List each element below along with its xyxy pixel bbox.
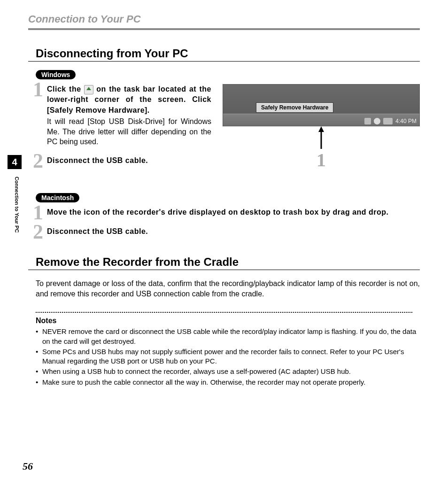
callout-number: 1 <box>317 149 326 171</box>
win-step-1: 1 Click the on the task bar located at t… <box>36 84 211 147</box>
remove-title: Remove the Recorder from the Cradle <box>36 255 420 269</box>
title-rule-1 <box>28 61 420 62</box>
mac-step1-bold: Move the icon of the recorder's drive di… <box>47 207 420 217</box>
notes-list: NEVER remove the card or disconnect the … <box>36 327 420 387</box>
clock-time: 4:40 PM <box>395 118 417 124</box>
mac-step2-bold: Disconnect the USB cable. <box>47 226 420 237</box>
svg-marker-1 <box>318 126 324 132</box>
note-item: Make sure to push the cable connector al… <box>36 378 420 387</box>
side-label: Connection to Your PC <box>14 177 20 232</box>
step2-bold: Disconnect the USB cable. <box>47 155 211 166</box>
title-rule-2 <box>28 270 420 270</box>
callout-arrow <box>317 126 326 149</box>
win-step-2: 2 Disconnect the USB cable. <box>36 155 211 166</box>
chapter-tab: 4 <box>8 155 22 169</box>
mac-step-1: 1 Move the icon of the recorder's drive … <box>36 207 420 217</box>
step1-body: It will read [Stop USB Disk-Drive] for W… <box>47 116 211 147</box>
remove-body: To prevent damage or loss of the data, c… <box>36 279 420 299</box>
running-header: Connection to Your PC <box>28 13 420 25</box>
note-item: Some PCs and USB hubs may not supply suf… <box>36 347 420 366</box>
notes-heading: Notes <box>36 317 420 325</box>
disconnect-title: Disconnecting from Your PC <box>36 47 420 60</box>
tray-icon <box>374 118 380 124</box>
step-number: 2 <box>33 151 43 171</box>
mac-step-2: 2 Disconnect the USB cable. <box>36 226 420 237</box>
note-item: When using a USB hub to connect the reco… <box>36 367 420 376</box>
step1-pre: Click the <box>47 85 84 93</box>
step-number: 2 <box>33 222 43 242</box>
taskbar-screenshot: Safely Remove Hardware 4:40 PM 1 <box>223 84 420 174</box>
dotted-rule <box>36 312 412 313</box>
safely-remove-icon <box>84 85 93 94</box>
header-rule <box>28 28 420 30</box>
step-number: 1 <box>33 79 43 100</box>
tray-icon <box>364 118 371 124</box>
page-number: 56 <box>23 460 33 472</box>
tray-icon <box>383 118 393 124</box>
note-item: NEVER remove the card or disconnect the … <box>36 327 420 346</box>
tooltip-text: Safely Remove Hardware <box>256 102 333 113</box>
